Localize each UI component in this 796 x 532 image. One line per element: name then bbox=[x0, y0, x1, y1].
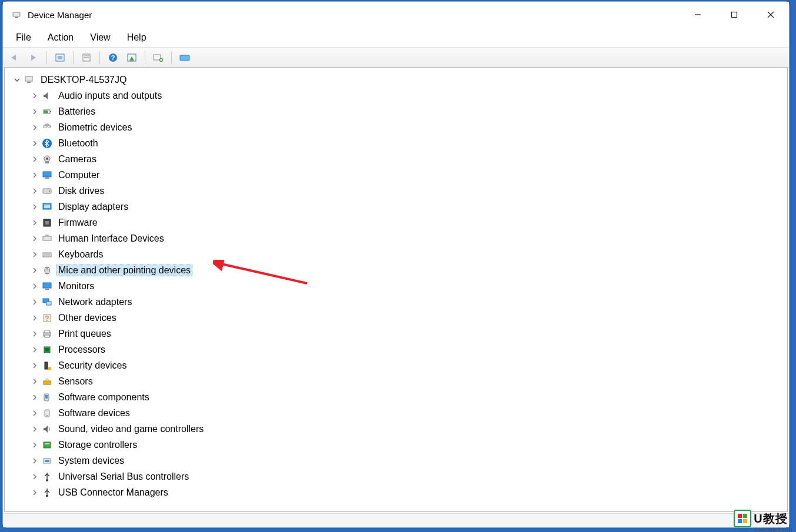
chevron-right-icon[interactable] bbox=[31, 171, 39, 179]
add-legacy-button[interactable] bbox=[176, 50, 193, 65]
chevron-right-icon[interactable] bbox=[31, 219, 39, 227]
chevron-right-icon[interactable] bbox=[31, 457, 39, 465]
tree-node-label: System devices bbox=[56, 455, 126, 467]
tree-node[interactable]: Firmware bbox=[5, 215, 787, 230]
tree-node[interactable]: Security devices bbox=[5, 357, 787, 373]
tree-node[interactable]: USB Connector Managers bbox=[5, 484, 787, 500]
audio-icon bbox=[41, 90, 53, 102]
toolbar-separator bbox=[46, 51, 47, 64]
svg-rect-33 bbox=[45, 221, 49, 225]
chevron-right-icon[interactable] bbox=[31, 92, 39, 100]
back-button[interactable] bbox=[6, 50, 23, 65]
toolbar-separator bbox=[171, 51, 172, 64]
tree-node[interactable]: System devices bbox=[5, 453, 787, 469]
chevron-right-icon[interactable] bbox=[31, 203, 39, 211]
titlebar: Device Manager bbox=[3, 2, 789, 28]
close-button[interactable] bbox=[752, 2, 789, 28]
chevron-right-icon[interactable] bbox=[31, 139, 39, 148]
maximize-button[interactable] bbox=[716, 2, 752, 28]
chevron-right-icon[interactable] bbox=[31, 425, 39, 433]
device-tree[interactable]: DESKTOP-4L537JQAudio inputs and outputsB… bbox=[5, 68, 787, 504]
chevron-right-icon[interactable] bbox=[31, 488, 39, 497]
tree-node[interactable]: Network adapters bbox=[5, 294, 787, 310]
tree-node[interactable]: Biometric devices bbox=[5, 119, 787, 135]
tree-node[interactable]: Print queues bbox=[5, 326, 787, 342]
help-button[interactable]: ? bbox=[105, 50, 121, 65]
chevron-right-icon[interactable] bbox=[31, 123, 39, 132]
tree-node[interactable]: Sound, video and game controllers bbox=[5, 421, 787, 437]
tree-node[interactable]: Batteries bbox=[5, 103, 787, 119]
svg-rect-27 bbox=[45, 178, 49, 179]
chevron-right-icon[interactable] bbox=[31, 187, 39, 195]
menu-action[interactable]: Action bbox=[39, 30, 82, 45]
tree-node[interactable]: ?Other devices bbox=[5, 310, 787, 326]
app-icon bbox=[11, 9, 22, 20]
tree-node-label: Bluetooth bbox=[56, 138, 100, 149]
chevron-right-icon[interactable] bbox=[31, 282, 39, 290]
tree-node[interactable]: Software components bbox=[5, 389, 787, 405]
tree-node[interactable]: Computer bbox=[5, 167, 787, 183]
tree-node[interactable]: Universal Serial Bus controllers bbox=[5, 469, 787, 484]
tree-node[interactable]: Sensors bbox=[5, 373, 787, 389]
devices-by-type-button[interactable] bbox=[124, 50, 140, 65]
chevron-right-icon[interactable] bbox=[31, 330, 39, 338]
chevron-right-icon[interactable] bbox=[31, 362, 39, 370]
tree-node-label: Cameras bbox=[56, 153, 98, 165]
tree-root-label: DESKTOP-4L537JQ bbox=[39, 74, 128, 86]
chevron-right-icon[interactable] bbox=[31, 108, 39, 116]
chevron-right-icon[interactable] bbox=[31, 250, 39, 259]
tree-node-label: Disk drives bbox=[56, 185, 106, 197]
chevron-right-icon[interactable] bbox=[31, 409, 39, 417]
display-adapter-icon bbox=[41, 201, 53, 213]
chevron-right-icon[interactable] bbox=[31, 441, 39, 449]
tree-node-label: Firmware bbox=[56, 217, 99, 229]
chevron-right-icon[interactable] bbox=[31, 346, 39, 354]
menu-help[interactable]: Help bbox=[119, 30, 155, 45]
chevron-right-icon[interactable] bbox=[31, 266, 39, 275]
show-hidden-button[interactable] bbox=[52, 50, 68, 65]
tree-node[interactable]: Cameras bbox=[5, 151, 787, 167]
tree-node[interactable]: Disk drives bbox=[5, 183, 787, 199]
tree-node-label: USB Connector Managers bbox=[56, 487, 170, 498]
svg-rect-59 bbox=[44, 442, 51, 448]
tree-node[interactable]: Mice and other pointing devices bbox=[5, 262, 787, 278]
hid-icon bbox=[41, 233, 53, 245]
menubar: File Action View Help bbox=[3, 28, 789, 48]
tree-node[interactable]: Keyboards bbox=[5, 246, 787, 262]
minimize-button[interactable] bbox=[680, 2, 716, 28]
tree-node[interactable]: Storage controllers bbox=[5, 437, 787, 453]
svg-rect-0 bbox=[13, 12, 20, 16]
svg-rect-62 bbox=[45, 460, 49, 462]
mouse-icon bbox=[41, 265, 53, 276]
chevron-right-icon[interactable] bbox=[31, 377, 39, 386]
tree-node[interactable]: Human Interface Devices bbox=[5, 230, 787, 246]
monitor-icon bbox=[41, 280, 53, 292]
properties-button[interactable] bbox=[78, 50, 95, 65]
forward-button[interactable] bbox=[25, 50, 42, 65]
device-manager-window: Device Manager File Action View Help bbox=[2, 1, 790, 528]
chevron-right-icon[interactable] bbox=[31, 235, 39, 243]
menu-file[interactable]: File bbox=[8, 30, 39, 45]
svg-rect-51 bbox=[45, 348, 49, 352]
tree-node[interactable]: Display adapters bbox=[5, 199, 787, 215]
tree-root[interactable]: DESKTOP-4L537JQ bbox=[5, 72, 787, 88]
menu-view[interactable]: View bbox=[82, 30, 118, 45]
chevron-right-icon[interactable] bbox=[31, 298, 39, 306]
tree-node[interactable]: Processors bbox=[5, 342, 787, 357]
tree-node[interactable]: Software devices bbox=[5, 405, 787, 421]
tree-panel[interactable]: DESKTOP-4L537JQAudio inputs and outputsB… bbox=[4, 68, 788, 512]
chevron-right-icon[interactable] bbox=[31, 155, 39, 163]
arrow-left-icon bbox=[9, 53, 20, 62]
tree-node[interactable]: Audio inputs and outputs bbox=[5, 88, 787, 103]
svg-rect-60 bbox=[45, 443, 49, 444]
cpu-icon bbox=[41, 344, 53, 356]
arrow-right-icon bbox=[28, 53, 39, 62]
scan-hardware-button[interactable] bbox=[150, 50, 166, 65]
chevron-right-icon[interactable] bbox=[31, 473, 39, 481]
chevron-right-icon[interactable] bbox=[31, 393, 39, 401]
tree-node[interactable]: Bluetooth bbox=[5, 135, 787, 151]
tree-node[interactable]: Monitors bbox=[5, 278, 787, 294]
chevron-right-icon[interactable] bbox=[31, 314, 39, 322]
chevron-down-icon[interactable] bbox=[13, 76, 21, 84]
svg-rect-35 bbox=[45, 235, 49, 236]
